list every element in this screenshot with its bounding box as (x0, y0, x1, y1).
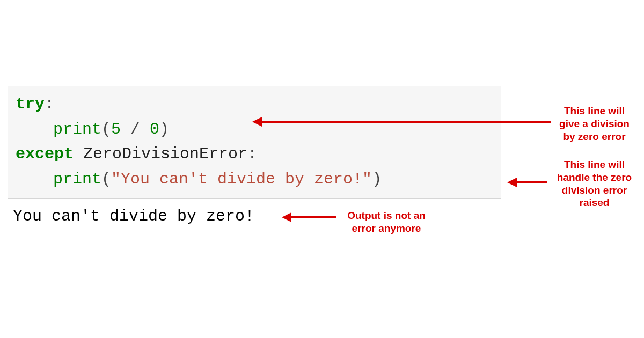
annotation-division-error: This line will give a division by zero e… (553, 105, 636, 143)
paren-open: ( (101, 170, 111, 188)
keyword-except: except (16, 145, 74, 163)
operator-div: / (121, 120, 150, 138)
literal-0: 0 (150, 120, 159, 138)
annotation-handle-error: This line will handle the zero division … (547, 158, 641, 209)
code-block: try: print(5 / 0) except ZeroDivisionErr… (8, 86, 501, 199)
colon: : (45, 95, 54, 113)
literal-5: 5 (111, 120, 121, 138)
paren-close: ) (159, 120, 169, 138)
exception-name: ZeroDivisionError (74, 145, 247, 163)
code-line-1: try: (16, 92, 493, 117)
code-line-4: print("You can't divide by zero!") (16, 167, 493, 192)
paren-open: ( (101, 120, 111, 138)
fn-print: print (53, 120, 101, 138)
output-text: You can't divide by zero! (13, 207, 254, 225)
paren-close: ) (372, 170, 382, 188)
annotation-output: Output is not an error anymore (338, 209, 435, 235)
colon: : (247, 145, 257, 163)
string-literal: "You can't divide by zero!" (111, 170, 372, 188)
code-line-3: except ZeroDivisionError: (16, 142, 493, 167)
keyword-try: try (16, 95, 45, 113)
fn-print: print (53, 170, 101, 188)
